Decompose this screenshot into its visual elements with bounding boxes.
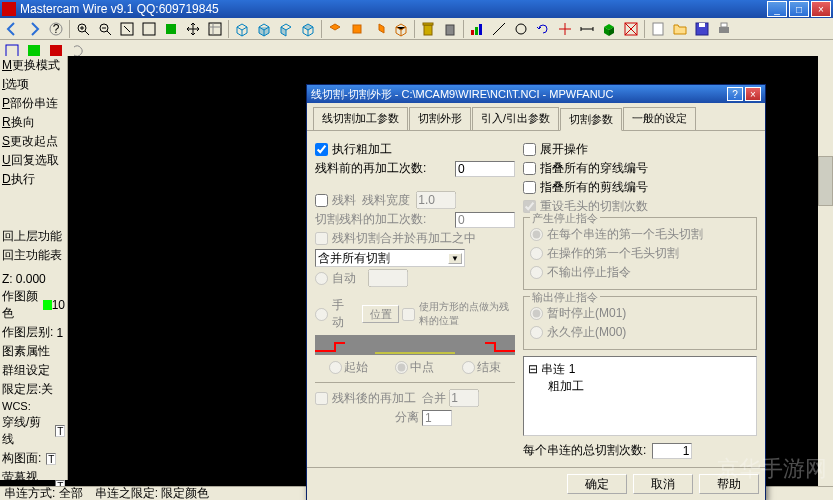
toolbar-1: ? xyxy=(0,18,833,40)
plane-row[interactable]: 穿线/剪线 T xyxy=(0,413,67,449)
group-row[interactable]: 群组设定 xyxy=(0,361,67,380)
remain-input[interactable] xyxy=(455,161,515,177)
cancel-button[interactable]: 取消 xyxy=(633,474,693,494)
view-iso-icon[interactable] xyxy=(298,19,318,39)
clear-icon[interactable] xyxy=(621,19,641,39)
print-icon[interactable] xyxy=(714,19,734,39)
dialog-tabs: 线切割加工参数 切割外形 引入/引出参数 切割参数 一般的设定 xyxy=(307,103,765,131)
svg-rect-7 xyxy=(209,23,221,35)
zoom-minus-icon[interactable] xyxy=(95,19,115,39)
svg-rect-14 xyxy=(479,24,482,35)
total-input[interactable] xyxy=(652,443,692,459)
gen1-radio: 在每个串连的第一个毛头切割 xyxy=(530,226,750,243)
limit-row[interactable]: 限定层:关 xyxy=(0,380,67,399)
sidebar-main[interactable]: 回主功能表 xyxy=(0,246,67,265)
dialog-help-button[interactable]: ? xyxy=(727,87,743,101)
sidebar-item-done[interactable]: D执行 xyxy=(0,170,67,189)
main-titlebar: Mastercam Wire v9.1 QQ:609719845 _ □ × xyxy=(0,0,833,18)
cut-residual-row: 切割残料的加工次数: xyxy=(315,211,515,228)
svg-rect-22 xyxy=(6,45,18,57)
tab-4[interactable]: 一般的设定 xyxy=(623,107,696,130)
close-button[interactable]: × xyxy=(811,1,831,17)
sidebar-item-undo[interactable]: U回复选取 xyxy=(0,151,67,170)
shade-icon[interactable] xyxy=(599,19,619,39)
sidebar-item-options[interactable]: I选项 xyxy=(0,75,67,94)
out-group: 输出停止指令 暂时停止(M01) 永久停止(M00) xyxy=(523,296,757,350)
svg-rect-19 xyxy=(699,23,705,27)
svg-rect-21 xyxy=(721,23,727,27)
view-front-icon[interactable] xyxy=(254,19,274,39)
tab-1[interactable]: 切割外形 xyxy=(409,107,471,130)
sidebar-item-start[interactable]: S更改起点 xyxy=(0,132,67,151)
pan-icon[interactable] xyxy=(183,19,203,39)
analyze-icon[interactable] xyxy=(205,19,225,39)
ok-button[interactable]: 确定 xyxy=(567,474,627,494)
tab-0[interactable]: 线切割加工参数 xyxy=(313,107,408,130)
cplane-front-icon[interactable] xyxy=(347,19,367,39)
view-top-icon[interactable] xyxy=(232,19,252,39)
dim-icon[interactable] xyxy=(577,19,597,39)
help-icon[interactable]: ? xyxy=(46,19,66,39)
dialog-titlebar[interactable]: 线切割-切割外形 - C:\MCAM9\WIRE\NCI\T.NCI - MPW… xyxy=(307,85,765,103)
plot-color-row[interactable]: 作图颜色10 xyxy=(0,287,67,323)
tree-root[interactable]: ⊟ 串连 1 xyxy=(528,361,752,378)
nav-fwd-icon[interactable] xyxy=(24,19,44,39)
gview-row[interactable]: 构图面: T xyxy=(0,449,67,468)
sidebar-item-partial[interactable]: P部份串连 xyxy=(0,94,67,113)
cplane-top-icon[interactable] xyxy=(325,19,345,39)
dialog-footer: 确定 取消 帮助 xyxy=(307,467,765,500)
cover1-check[interactable]: 指叠所有的穿线编号 xyxy=(523,160,757,177)
view-side-icon[interactable] xyxy=(276,19,296,39)
undelete-icon[interactable] xyxy=(440,19,460,39)
tree-child[interactable]: 粗加工 xyxy=(548,378,752,395)
svg-text:?: ? xyxy=(53,22,60,36)
wcs-row[interactable]: WCS: xyxy=(0,399,67,413)
merge-dropdown[interactable]: 含并所有切割▼ xyxy=(315,249,465,267)
status-between[interactable]: 串连之限定: 限定颜色 xyxy=(95,485,210,500)
svg-rect-10 xyxy=(423,23,433,25)
circle-icon[interactable] xyxy=(511,19,531,39)
zoom-window-icon[interactable] xyxy=(117,19,137,39)
status-chain[interactable]: 串连方式: 全部 xyxy=(4,485,83,500)
attrs-row[interactable]: 图素属性 xyxy=(0,342,67,361)
stats-icon[interactable] xyxy=(467,19,487,39)
file-open-icon[interactable] xyxy=(670,19,690,39)
sidebar-back[interactable]: 回上层功能 xyxy=(0,227,67,246)
maximize-button[interactable]: □ xyxy=(789,1,809,17)
cover2-check[interactable]: 指叠所有的剪线编号 xyxy=(523,179,757,196)
gen-group: 产生停止指令 在每个串连的第一个毛头切割 在操作的第一个毛头切割 不输出停止指令 xyxy=(523,217,757,290)
file-save-icon[interactable] xyxy=(692,19,712,39)
sidebar-item-mode[interactable]: M更换模式 xyxy=(0,56,67,75)
cplane-3d-icon[interactable] xyxy=(391,19,411,39)
dialog-title: 线切割-切割外形 - C:\MCAM9\WIRE\NCI\T.NCI - MPW… xyxy=(311,87,725,102)
sidebar-item-reverse[interactable]: R换向 xyxy=(0,113,67,132)
exec-rough-check[interactable]: 执行粗加工 xyxy=(315,141,515,158)
expand-check[interactable]: 展开操作 xyxy=(523,141,757,158)
point-icon[interactable] xyxy=(555,19,575,39)
tab-2[interactable]: 引入/引出参数 xyxy=(472,107,559,130)
file-new-icon[interactable] xyxy=(648,19,668,39)
fit-icon[interactable] xyxy=(139,19,159,39)
nav-back-icon[interactable] xyxy=(2,19,22,39)
minimize-button[interactable]: _ xyxy=(767,1,787,17)
z-row[interactable]: Z: 0.000 xyxy=(0,271,67,287)
line-icon[interactable] xyxy=(489,19,509,39)
repaint-icon[interactable] xyxy=(161,19,181,39)
plot-level-row[interactable]: 作图层别: 1 xyxy=(0,323,67,342)
svg-point-15 xyxy=(516,24,526,34)
tree-box[interactable]: ⊟ 串连 1 粗加工 xyxy=(523,356,757,436)
residual-check[interactable]: 残料 残料宽度 xyxy=(315,191,515,209)
dialog-close-button[interactable]: × xyxy=(745,87,761,101)
tab-3[interactable]: 切割参数 xyxy=(560,108,622,131)
delete-icon[interactable] xyxy=(418,19,438,39)
undo-icon[interactable] xyxy=(533,19,553,39)
gen2-radio: 在操作的第一个毛头切割 xyxy=(530,245,750,262)
cplane-side-icon[interactable] xyxy=(369,19,389,39)
svg-rect-6 xyxy=(166,24,176,34)
scrollbar-vertical[interactable] xyxy=(818,56,833,486)
svg-rect-12 xyxy=(471,30,474,35)
scroll-thumb[interactable] xyxy=(818,156,833,206)
main-title: Mastercam Wire v9.1 QQ:609719845 xyxy=(20,2,765,16)
zoom-plus-icon[interactable] xyxy=(73,19,93,39)
svg-rect-20 xyxy=(719,27,729,33)
